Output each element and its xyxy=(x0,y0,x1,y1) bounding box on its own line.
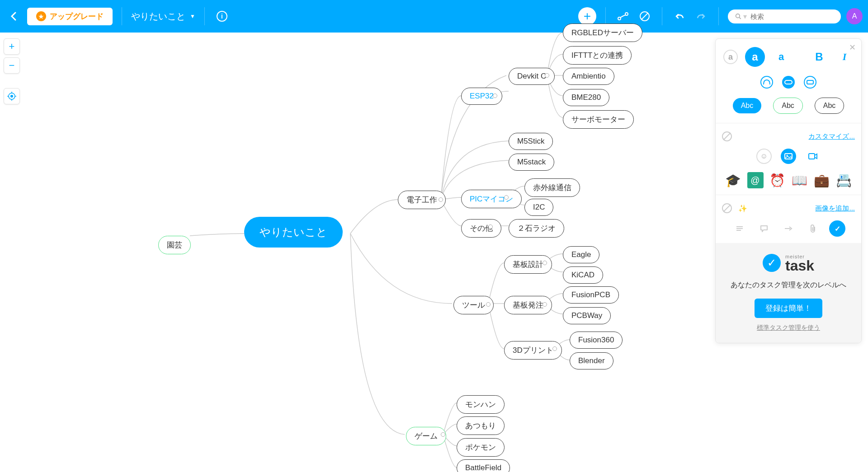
node-i2c[interactable]: I2C xyxy=(524,199,553,216)
node-m5stick[interactable]: M5Stick xyxy=(509,133,553,150)
node-m5stack[interactable]: M5stack xyxy=(509,154,554,171)
expand-toggle[interactable] xyxy=(441,432,445,437)
font-medium-button[interactable]: a xyxy=(745,47,765,67)
task-button[interactable]: ✓ xyxy=(829,220,845,237)
node-radio2[interactable]: ２石ラジオ xyxy=(509,219,564,238)
node-root[interactable]: やりたいこと xyxy=(244,217,343,248)
divider xyxy=(204,7,205,25)
prohibit-button[interactable] xyxy=(637,8,653,24)
node-eagle[interactable]: Eagle xyxy=(563,246,599,263)
no-image-button[interactable] xyxy=(722,203,732,213)
svg-rect-12 xyxy=(785,80,792,84)
star-icon: ★ xyxy=(36,11,46,21)
expand-toggle[interactable] xyxy=(552,346,557,351)
style-filled[interactable]: Abc xyxy=(733,98,762,113)
redo-button[interactable] xyxy=(693,8,709,24)
expand-toggle[interactable] xyxy=(545,73,549,78)
link-button[interactable] xyxy=(780,220,797,237)
shape-rounded-button[interactable] xyxy=(760,76,773,89)
clipart-graduation-icon[interactable]: 🎓 xyxy=(725,172,741,188)
no-icon-button[interactable] xyxy=(722,131,732,141)
clipart-card-icon[interactable]: 📇 xyxy=(836,172,852,188)
task-alt-link[interactable]: 標準タスク管理を使う xyxy=(757,324,820,331)
node-pokemon[interactable]: ポケモン xyxy=(457,438,505,457)
add-node-button[interactable]: + xyxy=(578,7,596,25)
avatar[interactable]: A xyxy=(846,8,863,24)
task-brand: task xyxy=(785,259,814,272)
expand-toggle[interactable] xyxy=(542,261,547,265)
undo-button[interactable] xyxy=(671,8,688,24)
node-games[interactable]: ゲーム xyxy=(406,427,446,445)
node-pcbway[interactable]: PCBWay xyxy=(563,307,611,324)
svg-line-5 xyxy=(739,18,741,19)
clipart-at-icon[interactable]: @ xyxy=(747,172,764,188)
shape-pill-button[interactable] xyxy=(782,76,795,89)
clipart-clock-icon[interactable]: ⏰ xyxy=(769,172,786,188)
format-sidebar: ✕ a a a B I Abc Abc Abc カスタマイズ... ☺ xyxy=(715,38,862,343)
clipart-briefcase-icon[interactable]: 💼 xyxy=(814,172,830,188)
attachment-button[interactable] xyxy=(805,220,821,237)
node-fusion360[interactable]: Fusion360 xyxy=(570,332,623,349)
node-gardening[interactable]: 園芸 xyxy=(158,236,191,254)
media-type-row: ☺ xyxy=(722,149,855,164)
add-image-link[interactable]: 画像を追加... xyxy=(815,204,855,213)
emoji-button[interactable]: ☺ xyxy=(756,149,772,164)
close-button[interactable]: ✕ xyxy=(849,42,856,52)
node-ifttt[interactable]: IFTTTとの連携 xyxy=(563,46,632,65)
magic-wand-icon[interactable]: ✨ xyxy=(738,204,747,213)
customize-link[interactable]: カスタマイズ... xyxy=(808,132,855,141)
upgrade-label: アップグレード xyxy=(50,11,104,22)
shape-rect-button[interactable] xyxy=(804,76,816,89)
node-ir[interactable]: 赤外線通信 xyxy=(524,178,580,197)
node-bf[interactable]: BattleField xyxy=(457,459,510,472)
clipart-row: 🎓 @ ⏰ 📖 💼 📇 xyxy=(722,172,855,188)
clipart-book-icon[interactable]: 📖 xyxy=(792,172,808,188)
task-logo-icon: ✓ xyxy=(763,254,781,272)
font-large-button[interactable]: a xyxy=(772,48,790,66)
expand-toggle[interactable] xyxy=(486,302,491,307)
info-button[interactable]: i xyxy=(214,8,230,24)
node-rgbled[interactable]: RGBLEDサーバー xyxy=(563,23,642,42)
font-small-button[interactable]: a xyxy=(723,50,738,64)
node-servo[interactable]: サーボモーター xyxy=(563,110,634,129)
header: ★ アップグレード やりたいこと ▼ i + ▾ A xyxy=(0,0,868,33)
video-button[interactable] xyxy=(805,149,821,164)
font-size-row: a a a B I xyxy=(722,47,855,67)
node-kicad[interactable]: KiCAD xyxy=(563,266,603,284)
map-title-dropdown[interactable]: やりたいこと ▼ xyxy=(131,10,195,23)
task-promo: ✓ meister task あなたのタスク管理を次のレベルへ 登録は簡単！ 標… xyxy=(716,243,861,343)
node-style-row: Abc Abc Abc xyxy=(722,98,855,114)
search-input[interactable] xyxy=(750,13,834,20)
node-monhan[interactable]: モンハン xyxy=(457,395,505,414)
divider xyxy=(605,7,606,25)
expand-toggle[interactable] xyxy=(439,197,443,202)
upgrade-button[interactable]: ★ アップグレード xyxy=(27,8,113,25)
node-ambientio[interactable]: Ambientio xyxy=(563,68,614,85)
expand-toggle[interactable] xyxy=(542,302,547,307)
node-bme280[interactable]: BME280 xyxy=(563,89,609,106)
map-title: やりたいこと xyxy=(131,10,185,23)
expand-toggle[interactable] xyxy=(488,224,493,229)
bold-button[interactable]: B xyxy=(810,48,828,66)
divider xyxy=(718,7,719,25)
connection-mode-button[interactable] xyxy=(615,8,631,24)
node-pic[interactable]: PICマイコン xyxy=(461,190,522,208)
task-signup-button[interactable]: 登録は簡単！ xyxy=(755,299,822,318)
svg-rect-14 xyxy=(785,154,792,159)
node-fusionpcb[interactable]: FusionPCB xyxy=(563,286,619,304)
image-button[interactable] xyxy=(781,149,796,164)
back-button[interactable] xyxy=(5,8,22,24)
svg-point-4 xyxy=(736,14,740,18)
note-button[interactable] xyxy=(731,220,748,237)
expand-toggle[interactable] xyxy=(493,93,497,98)
divider xyxy=(122,7,122,25)
comment-button[interactable] xyxy=(756,220,772,237)
style-outline-green[interactable]: Abc xyxy=(773,98,803,114)
node-atsumori[interactable]: あつもり xyxy=(457,416,505,435)
node-other[interactable]: その他 xyxy=(461,219,501,238)
style-outline-black[interactable]: Abc xyxy=(815,98,844,114)
expand-toggle[interactable] xyxy=(504,195,509,200)
node-blender[interactable]: Blender xyxy=(570,352,613,369)
search-box[interactable]: ▾ xyxy=(728,9,841,23)
chevron-down-icon: ▼ xyxy=(190,13,195,19)
